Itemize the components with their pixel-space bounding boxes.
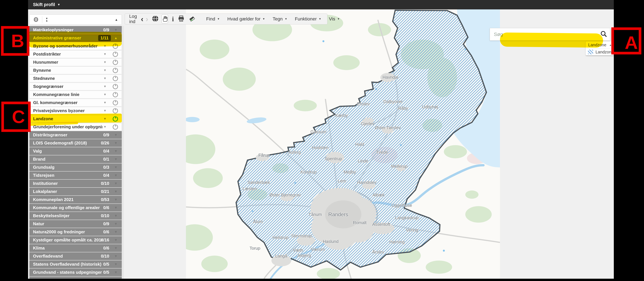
- menu-label: Tegn: [272, 16, 283, 21]
- globe-zoom-extent-icon[interactable]: [152, 15, 159, 23]
- layer-row[interactable]: Lokalplaner 0/21: [29, 188, 122, 195]
- layer-row[interactable]: Postdistrikter: [29, 50, 122, 58]
- chevron-icon[interactable]: [104, 85, 106, 88]
- layer-row[interactable]: Grundvand - statens udpegninger 0/5: [29, 269, 122, 276]
- layer-row[interactable]: Bynavne: [29, 66, 122, 74]
- chevron-icon[interactable]: [104, 77, 106, 80]
- chevron-icon[interactable]: [114, 254, 118, 258]
- chevron-icon[interactable]: [114, 141, 118, 145]
- chevron-icon[interactable]: [114, 230, 118, 234]
- chevron-icon[interactable]: [114, 174, 118, 177]
- layer-list-scrollbar[interactable]: [122, 26, 124, 279]
- chevron-icon[interactable]: [104, 52, 106, 56]
- layer-row[interactable]: Grundsalg 0/3: [29, 163, 122, 171]
- chevron-icon[interactable]: [114, 36, 118, 40]
- forward-arrow-icon[interactable]: ›: [146, 15, 148, 23]
- layer-row[interactable]: Statens Overfladevand (historisk) 0/5: [29, 260, 122, 268]
- chevron-icon[interactable]: [104, 93, 106, 96]
- layer-row[interactable]: Byzone og sommerhusområder: [29, 42, 122, 50]
- layer-row[interactable]: Landzone: [29, 115, 122, 123]
- layer-row[interactable]: Kommunale og offentlige arealer 0/6: [29, 204, 122, 212]
- chevron-icon[interactable]: [114, 190, 118, 193]
- layer-row[interactable]: LOIS Geodemografi (2018) 0/26: [29, 139, 122, 147]
- layer-row[interactable]: Husnummer: [29, 58, 122, 66]
- chevron-icon[interactable]: [114, 133, 118, 137]
- chevron-icon[interactable]: [104, 117, 106, 121]
- chevron-icon[interactable]: [104, 101, 106, 104]
- power-toggle-icon[interactable]: [113, 43, 118, 49]
- layer-row[interactable]: Natur 0/9: [29, 220, 122, 228]
- menu-label: Find: [206, 16, 215, 21]
- toolbar-menu[interactable]: Tegn ▼: [272, 16, 287, 21]
- gear-icon[interactable]: ⚙: [33, 16, 39, 23]
- chevron-icon[interactable]: [114, 214, 118, 218]
- toolbar-menu[interactable]: Find ▼: [206, 16, 220, 21]
- power-toggle-icon[interactable]: [113, 124, 118, 130]
- layer-row[interactable]: Kystdiger opmålte opmålt ca. 2016 0/16: [29, 236, 122, 244]
- power-toggle-icon[interactable]: [113, 68, 118, 73]
- chevron-icon[interactable]: [114, 246, 118, 250]
- layer-row[interactable]: Administrative grænser 1/11: [29, 34, 122, 42]
- layer-row[interactable]: Gl. kommunegrænser: [29, 99, 122, 106]
- chevron-icon[interactable]: [114, 206, 118, 210]
- layer-row[interactable]: Vandforsyningsplan 2013 0/3: [29, 277, 122, 279]
- layer-row[interactable]: Tidsrejsen 0/4: [29, 172, 122, 179]
- back-arrow-icon[interactable]: ‹: [141, 15, 144, 23]
- chevron-icon[interactable]: [104, 60, 106, 64]
- power-toggle-icon[interactable]: [113, 108, 118, 113]
- chevron-icon[interactable]: [104, 44, 106, 48]
- chevron-icon[interactable]: [114, 28, 118, 32]
- layer-row[interactable]: Distriktsgrænser 0/9: [29, 131, 122, 139]
- reorder-layers-icon[interactable]: ▼▲: [46, 17, 48, 22]
- layer-label: Matrikeloplysninger: [33, 27, 74, 32]
- power-toggle-icon[interactable]: [113, 116, 118, 122]
- chevron-icon[interactable]: [114, 165, 118, 169]
- layer-row[interactable]: Valg 0/4: [29, 147, 122, 155]
- layer-row[interactable]: Beskyttelseslinjer 0/10: [29, 212, 122, 220]
- chevron-icon[interactable]: [114, 271, 118, 274]
- layer-row[interactable]: Grundejerforening under opbygning: [29, 123, 122, 131]
- pan-tool-button[interactable]: [162, 14, 168, 23]
- chevron-icon[interactable]: [114, 182, 118, 185]
- layer-row[interactable]: Brand 0/1: [29, 155, 122, 163]
- chevron-icon[interactable]: [104, 125, 106, 129]
- chevron-icon[interactable]: [114, 149, 118, 153]
- chevron-icon[interactable]: [114, 262, 118, 266]
- profile-switcher-button[interactable]: Skift profil ▼: [33, 2, 60, 7]
- layer-row[interactable]: Stednavne: [29, 74, 122, 82]
- print-icon[interactable]: [178, 15, 185, 23]
- power-toggle-icon[interactable]: [113, 84, 118, 89]
- power-toggle-icon[interactable]: [113, 92, 118, 97]
- layer-row[interactable]: Institutioner 0/10: [29, 180, 122, 187]
- layer-row[interactable]: Natura2000 og fredninger 0/6: [29, 228, 122, 236]
- info-tool-icon[interactable]: i: [172, 15, 174, 23]
- layer-row[interactable]: Sognegrænser: [29, 83, 122, 90]
- power-toggle-icon[interactable]: [113, 52, 118, 57]
- chevron-icon[interactable]: [114, 157, 118, 161]
- login-button[interactable]: Log ind: [129, 14, 137, 24]
- layer-row[interactable]: Kommuneplan 2021 0/53: [29, 196, 122, 204]
- eraser-icon[interactable]: [188, 15, 195, 23]
- layer-row[interactable]: Klima 0/6: [29, 244, 122, 252]
- collapse-panel-icon[interactable]: ▲: [115, 18, 118, 21]
- layer-row[interactable]: Overfladevand 0/10: [29, 252, 122, 260]
- power-toggle-icon[interactable]: [113, 60, 118, 65]
- chevron-icon[interactable]: [114, 222, 118, 226]
- toolbar-menu[interactable]: Funktioner ▼: [295, 16, 321, 21]
- chevron-icon[interactable]: [104, 69, 106, 72]
- power-toggle-icon[interactable]: [113, 100, 118, 105]
- layer-row[interactable]: Kommunegrænse linie: [29, 91, 122, 98]
- toolbar-menu[interactable]: Hvad gælder for ▼: [227, 16, 265, 21]
- toolbar-menu[interactable]: Vis ▼: [329, 16, 340, 21]
- layer-row[interactable]: Privatvejslovens byzoner: [29, 107, 122, 115]
- legend-collapse-icon[interactable]: ▲: [609, 43, 612, 46]
- search-icon[interactable]: [600, 30, 607, 38]
- power-toggle-icon[interactable]: [113, 76, 118, 81]
- layer-label: Lokalplaner: [33, 189, 57, 194]
- chevron-icon[interactable]: [114, 238, 118, 242]
- menu-label: Vis: [329, 16, 335, 21]
- search-input[interactable]: [494, 31, 593, 37]
- chevron-icon[interactable]: [104, 109, 106, 112]
- layer-row[interactable]: Matrikeloplysninger 0/9: [29, 26, 122, 34]
- chevron-icon[interactable]: [114, 198, 118, 202]
